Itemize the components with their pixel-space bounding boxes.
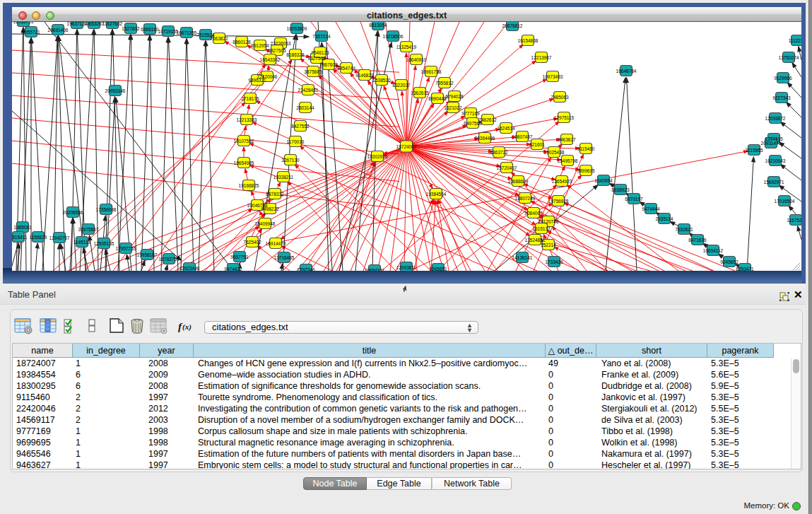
svg-text:9463627: 9463627 — [558, 137, 576, 142]
svg-text:12213383: 12213383 — [237, 117, 257, 122]
svg-text:20206556: 20206556 — [63, 210, 83, 215]
svg-text:20876812: 20876812 — [502, 23, 523, 28]
svg-text:12942757: 12942757 — [49, 235, 70, 240]
svg-text:3267130: 3267130 — [281, 158, 300, 163]
svg-text:1167531: 1167531 — [787, 218, 801, 223]
svg-text:15692971: 15692971 — [764, 180, 784, 185]
svg-text:8813054: 8813054 — [369, 23, 387, 28]
svg-text:16210643: 16210643 — [765, 158, 786, 163]
svg-text:18807249: 18807249 — [515, 196, 536, 201]
svg-text:10654112: 10654112 — [703, 248, 724, 253]
svg-text:8293471: 8293471 — [736, 267, 754, 271]
svg-text:7625402: 7625402 — [243, 240, 261, 245]
svg-text:20691406: 20691406 — [48, 28, 69, 33]
svg-text:9327508: 9327508 — [307, 56, 326, 61]
svg-text:23226053: 23226053 — [271, 41, 291, 46]
svg-text:621601: 621601 — [529, 142, 545, 147]
svg-text:10107552: 10107552 — [234, 139, 254, 144]
svg-text:1156829: 1156829 — [30, 235, 47, 240]
svg-text:9245652: 9245652 — [720, 259, 739, 264]
svg-text:9055721: 9055721 — [22, 30, 40, 35]
svg-text:9084067: 9084067 — [524, 211, 543, 216]
svg-text:12213967: 12213967 — [531, 55, 552, 60]
svg-text:9129966: 9129966 — [774, 76, 792, 81]
svg-text:19166825: 19166825 — [239, 183, 259, 188]
svg-text:18302975: 18302975 — [367, 154, 388, 159]
svg-text:7632621: 7632621 — [675, 227, 693, 232]
svg-text:10807487: 10807487 — [512, 134, 533, 139]
svg-text:16120746: 16120746 — [539, 219, 559, 224]
svg-text:9899695: 9899695 — [577, 168, 595, 173]
svg-text:18955721: 18955721 — [13, 22, 34, 24]
svg-text:12093872: 12093872 — [765, 116, 786, 121]
svg-text:2718176: 2718176 — [241, 96, 259, 101]
svg-text:8186328: 8186328 — [286, 52, 305, 57]
svg-text:33975867: 33975867 — [78, 227, 99, 232]
svg-text:1112233: 1112233 — [789, 38, 801, 43]
svg-text:15495798: 15495798 — [558, 158, 578, 163]
svg-text:20931471: 20931471 — [761, 141, 782, 146]
svg-text:1170016: 1170016 — [287, 139, 305, 144]
svg-text:12505135: 12505135 — [94, 241, 114, 246]
svg-text:8427552: 8427552 — [291, 124, 310, 129]
svg-text:9827505: 9827505 — [268, 48, 286, 53]
svg-text:9474444: 9474444 — [642, 206, 660, 211]
svg-text:9227343: 9227343 — [772, 95, 791, 100]
svg-text:9146821: 9146821 — [355, 73, 374, 78]
svg-text:16782759: 16782759 — [159, 257, 180, 262]
svg-text:8938923: 8938923 — [611, 187, 630, 192]
svg-text:10653267: 10653267 — [84, 22, 105, 26]
svg-text:16671355: 16671355 — [177, 30, 197, 35]
svg-text:12975115: 12975115 — [554, 115, 575, 120]
svg-text:17957255: 17957255 — [116, 246, 136, 251]
svg-text:20364486: 20364486 — [475, 136, 495, 141]
svg-text:7546123: 7546123 — [311, 50, 329, 55]
svg-text:2803144: 2803144 — [296, 105, 314, 110]
svg-text:7485063: 7485063 — [551, 95, 569, 100]
svg-text:19384554: 19384554 — [426, 192, 447, 197]
svg-text:8322037: 8322037 — [392, 83, 411, 88]
svg-text:1640954: 1640954 — [594, 178, 613, 183]
svg-text:10025438: 10025438 — [544, 150, 565, 155]
svg-text:1615132: 1615132 — [532, 226, 551, 231]
svg-text:7462612: 7462612 — [478, 117, 497, 122]
svg-text:16914479: 16914479 — [266, 241, 286, 246]
svg-text:18724007: 18724007 — [396, 144, 417, 149]
svg-text:16961758: 16961758 — [421, 69, 442, 74]
svg-text:7955812: 7955812 — [435, 81, 454, 86]
svg-text:1145119: 1145119 — [73, 240, 91, 245]
svg-text:8860128: 8860128 — [233, 40, 251, 45]
svg-text:8990448: 8990448 — [428, 96, 447, 101]
svg-text:1733426: 1733426 — [545, 259, 563, 264]
svg-text:1621022: 1621022 — [444, 105, 462, 110]
svg-text:9115460: 9115460 — [577, 146, 595, 151]
svg-text:9474432: 9474432 — [224, 267, 242, 271]
svg-text:11527602: 11527602 — [102, 22, 123, 26]
svg-text:7663822: 7663822 — [210, 36, 228, 41]
svg-text:16543362: 16543362 — [260, 57, 281, 62]
svg-text:9777169: 9777169 — [461, 111, 480, 116]
svg-text:8912954: 8912954 — [251, 43, 269, 48]
svg-text:6879197: 6879197 — [625, 197, 643, 201]
svg-text:9498222: 9498222 — [261, 206, 279, 211]
svg-text:19756928: 19756928 — [548, 199, 569, 204]
svg-text:19958107: 19958107 — [137, 252, 158, 257]
svg-text:1624514: 1624514 — [497, 126, 515, 131]
svg-text:13751074: 13751074 — [779, 55, 799, 60]
svg-text:22428481: 22428481 — [298, 88, 319, 93]
svg-text:16154808: 16154808 — [518, 38, 539, 43]
svg-text:14136141: 14136141 — [512, 255, 533, 260]
svg-text:9657791: 9657791 — [230, 255, 249, 259]
svg-text:19218506: 19218506 — [383, 34, 404, 39]
svg-text:2867608: 2867608 — [319, 62, 338, 67]
svg-text:7357224: 7357224 — [312, 34, 331, 39]
svg-text:10973493: 10973493 — [543, 74, 563, 79]
svg-text:8454749: 8454749 — [337, 66, 355, 71]
svg-text:17016504: 17016504 — [775, 199, 795, 204]
svg-text:12923446: 12923446 — [180, 266, 200, 271]
svg-text:13654923: 13654923 — [552, 179, 572, 184]
svg-text:13338211: 13338211 — [273, 175, 294, 180]
svg-text:1538520: 1538520 — [372, 78, 391, 83]
svg-text:1527602: 1527602 — [122, 26, 140, 31]
svg-text:18640910: 18640910 — [406, 57, 427, 62]
